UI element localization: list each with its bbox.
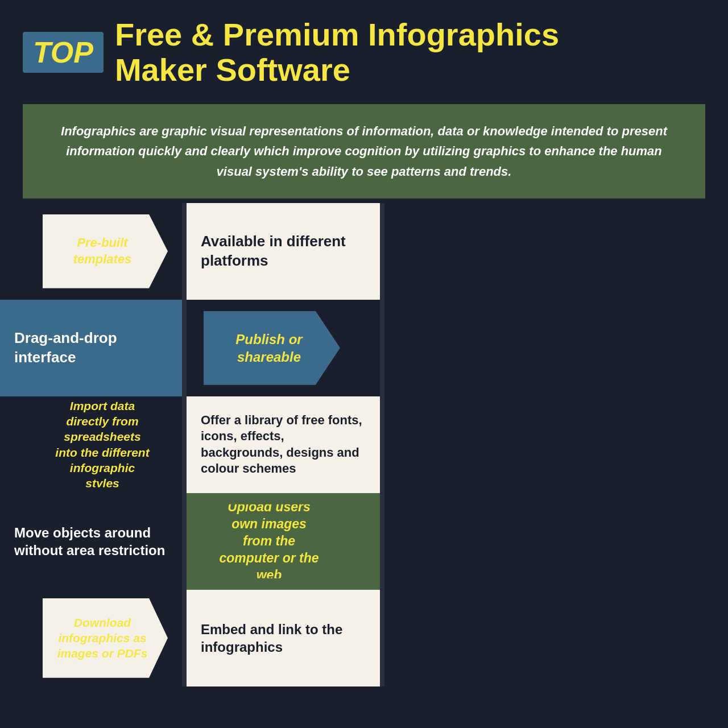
arrow-shape-5: Download infographics as images or PDFs [43,598,168,678]
feature-1-right-text: Available in different platforms [201,232,366,271]
feature-5-left-text: Download infographics as images or PDFs [54,615,151,661]
divider-8 [380,493,384,590]
divider-1 [182,203,187,300]
feature-1-left: Pre-built templates [0,203,182,300]
arrow-shape-1: Pre-built templates [43,214,168,288]
arrow-shape-2: Publish or shareable [204,311,340,385]
divider-10 [380,590,384,686]
feature-1-left-text: Pre-built templates [54,235,151,267]
arrow-shape-4: Upload users own images from the compute… [204,504,340,578]
header: TOP Free & Premium Infographics Maker So… [0,0,728,98]
feature-3-empty [384,396,728,493]
feature-4-right-text: Upload users own images from the compute… [218,499,320,584]
description-box: Infographics are graphic visual represen… [23,104,705,198]
feature-4-right: Upload users own images from the compute… [187,493,380,590]
feature-4-left-text: Move objects around without area restric… [14,524,168,559]
feature-2-right-text: Publish or shareable [218,330,320,366]
features-grid: Pre-built templates Available in differe… [0,203,728,686]
arrow-shape-3: Import data directly from spreadsheets i… [43,402,168,487]
badge-text: TOP [33,36,93,69]
feature-1-empty [384,203,728,300]
divider-7 [182,493,187,590]
feature-5-right-text: Embed and link to the infographics [201,621,366,656]
title-line1: Free & Premium Infographics [115,17,559,52]
divider-2 [380,203,384,300]
divider-6 [380,396,384,493]
top-badge: TOP [23,32,104,73]
feature-2-empty [384,300,728,396]
feature-5-left: Download infographics as images or PDFs [0,590,182,686]
description-text: Infographics are graphic visual represen… [57,121,671,181]
divider-9 [182,590,187,686]
divider-3 [182,300,187,396]
feature-5-right: Embed and link to the infographics [187,590,380,686]
feature-1-right: Available in different platforms [187,203,380,300]
divider-4 [380,300,384,396]
feature-4-left: Move objects around without area restric… [0,493,182,590]
feature-2-right: Publish or shareable [187,300,380,396]
divider-5 [182,396,187,493]
feature-4-empty [384,493,728,590]
feature-2-left-text: Drag-and-drop interface [14,329,168,367]
feature-3-right: Offer a library of free fonts, icons, ef… [187,396,380,493]
feature-2-left: Drag-and-drop interface [0,300,182,396]
feature-3-right-text: Offer a library of free fonts, icons, ef… [201,412,366,477]
title-line2: Maker Software [115,52,559,88]
feature-3-left-text: Import data directly from spreadsheets i… [54,398,151,491]
feature-3-left: Import data directly from spreadsheets i… [0,396,182,493]
header-title: Free & Premium Infographics Maker Softwa… [115,17,559,87]
feature-5-empty [384,590,728,686]
